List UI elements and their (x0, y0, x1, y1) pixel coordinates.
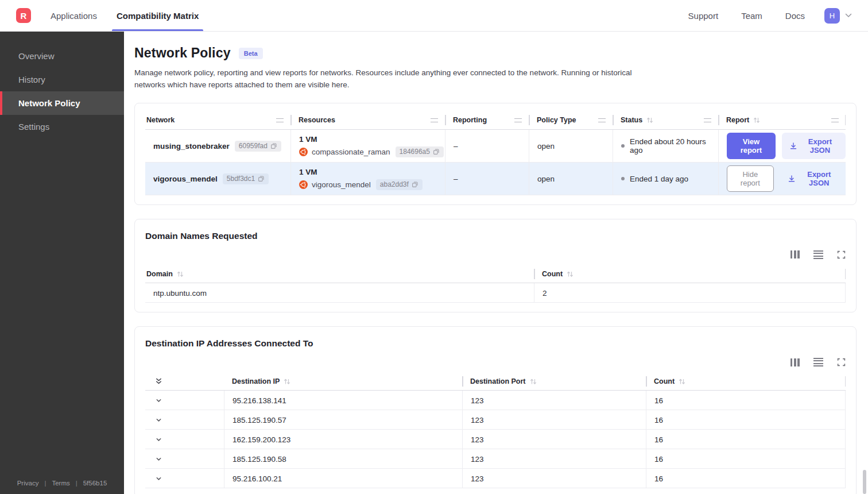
domain-cell: ntp.ubuntu.com (145, 283, 534, 303)
column-header-destination-ip[interactable]: Destination IP (224, 372, 462, 390)
table-toolbar (145, 250, 846, 259)
network-cell: musing_stonebraker 60959fad (145, 130, 290, 163)
column-resize-handle-icon[interactable] (514, 118, 522, 122)
nav-link-team[interactable]: Team (741, 11, 762, 21)
sidebar-item-settings[interactable]: Settings (0, 115, 124, 138)
row-expander[interactable] (145, 410, 224, 430)
hide-report-button[interactable]: Hide report (727, 165, 774, 192)
sort-icon[interactable] (176, 270, 184, 278)
resource-id-badge[interactable]: 184696a5 (396, 146, 444, 157)
privacy-link[interactable]: Privacy (17, 480, 39, 487)
view-report-button[interactable]: View report (727, 133, 776, 159)
network-table-row[interactable]: vigorous_mendel 5bdf3dc1 1 VM vigorous_m… (145, 163, 846, 195)
column-header-status[interactable]: Status (613, 111, 718, 129)
column-header-destination-port[interactable]: Destination Port (462, 372, 646, 390)
domain-names-card: Domain Names Requested Domain Count (134, 219, 857, 312)
column-resize-handle-icon[interactable] (598, 118, 606, 122)
ubuntu-icon (299, 148, 308, 156)
sort-icon[interactable] (678, 377, 686, 385)
column-header-network[interactable]: Network (145, 111, 290, 129)
column-header-reporting[interactable]: Reporting (445, 111, 529, 129)
destination-table-row[interactable]: 162.159.200.123 123 16 (145, 430, 846, 449)
network-id-badge[interactable]: 60959fad (235, 141, 281, 152)
sidebar: Overview History Network Policy Settings… (0, 32, 124, 494)
fullscreen-icon[interactable] (837, 250, 846, 259)
double-chevron-down-icon (154, 377, 163, 385)
destination-table-row[interactable]: 95.216.100.21 123 16 (145, 469, 846, 488)
rows-icon[interactable] (813, 358, 823, 366)
destination-ip-cell: 95.216.138.141 (224, 391, 462, 410)
sidebar-item-network-policy[interactable]: Network Policy (0, 91, 124, 115)
destination-port-cell: 123 (462, 449, 646, 469)
row-expander[interactable] (145, 469, 224, 488)
sort-icon[interactable] (566, 270, 574, 278)
destination-table-row[interactable]: 185.125.190.58 123 16 (145, 449, 846, 469)
nav-link-support[interactable]: Support (688, 11, 719, 21)
export-json-button[interactable]: Export JSON (780, 165, 846, 192)
row-expander[interactable] (145, 449, 224, 469)
count-cell: 16 (646, 469, 845, 488)
resource-name[interactable]: vigorous_mendel (312, 180, 371, 189)
sort-icon[interactable] (529, 377, 537, 385)
copy-icon (258, 175, 265, 182)
nav-link-docs[interactable]: Docs (785, 11, 805, 21)
chevron-down-icon (154, 416, 163, 424)
count-cell: 2 (534, 283, 845, 303)
rows-icon[interactable] (813, 250, 823, 259)
column-resize-handle-icon[interactable] (276, 118, 284, 122)
domain-table-header: Domain Count (145, 265, 846, 283)
resource-id-badge[interactable]: aba2dd3f (376, 179, 423, 190)
column-resize-handle-icon[interactable] (431, 118, 438, 122)
sort-icon[interactable] (646, 116, 654, 124)
terms-link[interactable]: Terms (52, 480, 69, 487)
column-resize-handle-icon[interactable] (831, 118, 839, 122)
copy-icon (412, 181, 418, 188)
nav-tab-applications[interactable]: Applications (51, 0, 97, 31)
sort-icon[interactable] (753, 116, 761, 124)
resources-cell: 1 VM compassionate_raman 184696a5 (290, 130, 445, 163)
fullscreen-icon[interactable] (837, 358, 846, 366)
table-toolbar (145, 358, 846, 366)
destination-table-row[interactable]: 185.125.190.57 123 16 (145, 410, 846, 430)
nav-tab-compatibility-matrix[interactable]: Compatibility Matrix (117, 0, 199, 31)
destination-port-cell: 123 (462, 391, 646, 410)
report-cell: View report Export JSON (718, 130, 846, 163)
page-title: Network Policy (134, 45, 231, 61)
sort-icon[interactable] (283, 377, 291, 385)
reporting-cell: – (445, 130, 529, 163)
columns-icon[interactable] (790, 250, 800, 258)
expand-all-rows-button[interactable] (145, 372, 224, 390)
columns-icon[interactable] (790, 358, 800, 366)
export-json-button[interactable]: Export JSON (782, 133, 846, 159)
destination-table-row[interactable]: 95.216.138.141 123 16 (145, 391, 846, 410)
row-expander[interactable] (145, 430, 224, 449)
ubuntu-icon (299, 180, 308, 189)
network-table-header: Network Resources Reporting Policy Type … (145, 111, 846, 130)
column-header-count[interactable]: Count (534, 265, 846, 283)
network-table-row[interactable]: musing_stonebraker 60959fad 1 VM compass… (145, 130, 846, 163)
network-id-badge[interactable]: 5bdf3dc1 (223, 173, 269, 184)
brand-logo[interactable]: R (16, 8, 31, 23)
resource-name[interactable]: compassionate_raman (312, 148, 390, 156)
status-dot (621, 144, 625, 148)
column-resize-handle-icon[interactable] (704, 118, 711, 122)
domain-table-row[interactable]: ntp.ubuntu.com 2 (145, 283, 846, 303)
sidebar-item-overview[interactable]: Overview (0, 44, 124, 68)
column-header-domain[interactable]: Domain (145, 265, 534, 283)
report-cell: Hide report Export JSON (718, 163, 846, 195)
column-header-resources[interactable]: Resources (290, 111, 445, 129)
column-header-report[interactable]: Report (718, 111, 846, 129)
column-header-policy-type[interactable]: Policy Type (529, 111, 613, 129)
user-menu[interactable]: H (824, 8, 852, 24)
page-scrollbar-thumb[interactable] (863, 470, 866, 494)
row-expander[interactable] (145, 391, 224, 410)
destination-ip-cell: 162.159.200.123 (224, 430, 462, 449)
sidebar-item-history[interactable]: History (0, 68, 124, 91)
destination-ip-cell: 185.125.190.57 (224, 410, 462, 430)
avatar[interactable]: H (824, 8, 840, 24)
count-cell: 16 (646, 391, 845, 410)
sidebar-footer: Privacy| Terms| 5f56b15 (0, 480, 124, 487)
column-header-count[interactable]: Count (646, 372, 846, 390)
chevron-down-icon (154, 474, 163, 483)
copy-icon (270, 142, 277, 149)
